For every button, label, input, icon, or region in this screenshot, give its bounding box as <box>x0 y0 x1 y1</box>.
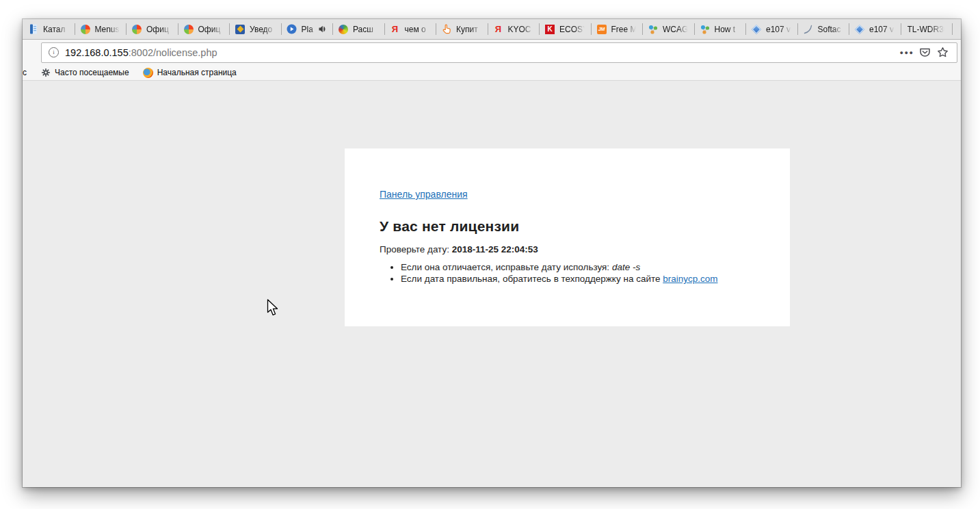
yandex-icon: Я <box>493 24 504 35</box>
tab-free-template[interactable]: JM Free M <box>591 19 643 39</box>
bookmark-star-icon[interactable] <box>933 44 951 62</box>
page-title: У вас нет лицензии <box>380 218 755 235</box>
date-command: date -s <box>612 262 640 272</box>
instruction-text: Если она отличается, исправьте дату испо… <box>401 262 609 272</box>
e107-icon <box>751 24 762 35</box>
tab-extensions[interactable]: Расш <box>332 19 384 39</box>
tab-notifications[interactable]: Уведо <box>229 19 281 39</box>
url-domain: 192.168.0.155 <box>65 47 129 58</box>
tab-label: Расш <box>353 25 380 34</box>
bookmark-label: Начальная страница <box>157 68 237 77</box>
joomla-icon <box>183 24 194 35</box>
brainycp-link[interactable]: brainycp.com <box>663 274 717 284</box>
joomla-icon <box>80 24 91 35</box>
page-actions-dots-icon[interactable]: ●●● <box>898 44 916 62</box>
tab-yandex-search-1[interactable]: Я чем о <box>384 19 436 39</box>
tab-label: чем о <box>405 25 432 34</box>
instruction-text: Если дата правильная, обратитесь в техпо… <box>401 274 660 284</box>
url-text: 192.168.0.155:8002/nolicense.php <box>65 47 217 58</box>
url-bar[interactable]: i 192.168.0.155:8002/nolicense.php ●●● <box>41 42 957 63</box>
tab-label: Pla <box>302 25 318 34</box>
joomla-icon <box>131 24 142 35</box>
tab-e107-1[interactable]: e107 v <box>745 19 797 39</box>
navigation-toolbar: i 192.168.0.155:8002/nolicense.php ●●● <box>23 40 961 65</box>
check-date-label: Проверьте дату: <box>380 244 449 254</box>
tab-router[interactable]: TL-WDR36 <box>901 19 953 39</box>
tab-label: e107 v <box>869 25 897 34</box>
tab-label: How t <box>715 25 742 34</box>
tab-bar: Катал Menus Офиц Офиц Уведо Pla <box>23 19 961 40</box>
mouse-cursor <box>267 299 280 317</box>
bookmark-home-page[interactable]: Начальная страница <box>143 67 237 78</box>
no-license-card: Панель управления У вас нет лицензии Про… <box>345 148 790 326</box>
list-item: Если она отличается, исправьте дату испо… <box>401 261 755 273</box>
date-value: 2018-11-25 22:04:53 <box>452 244 538 254</box>
bookmarks-toolbar: сс Часто посещаемые Начальная страница <box>23 65 961 81</box>
firefox-icon <box>143 67 154 78</box>
extensions-icon <box>338 24 349 35</box>
wcag-icon <box>700 24 711 35</box>
control-panel-link[interactable]: Панель управления <box>380 189 468 200</box>
hand-click-icon <box>441 24 452 35</box>
kyocera-icon: K <box>544 24 555 35</box>
tab-label: TL-WDR36 <box>908 25 949 34</box>
instructions-list: Если она отличается, исправьте дату испо… <box>380 261 755 285</box>
info-icon[interactable]: i <box>49 47 59 57</box>
tab-how-to[interactable]: How t <box>694 19 746 39</box>
browser-window: Катал Menus Офиц Офиц Уведо Pla <box>23 19 961 487</box>
play-icon <box>287 24 297 35</box>
tab-label: Офиц <box>198 25 226 34</box>
tab-wcag[interactable]: WCAG <box>642 19 694 39</box>
tab-label: Офиц <box>146 25 174 34</box>
url-path: :8002/nolicense.php <box>129 47 217 58</box>
tab-official-2[interactable]: Офиц <box>178 19 230 39</box>
wcag-icon <box>648 24 659 35</box>
tab-label: Катал <box>43 25 70 34</box>
tab-label: e107 v <box>766 25 793 34</box>
tab-yandex-search-2[interactable]: Я KYOC <box>488 19 540 39</box>
tab-menus[interactable]: Menus <box>75 19 127 39</box>
tab-player[interactable]: Pla <box>281 19 333 39</box>
tab-label: Уведо <box>250 25 277 34</box>
tab-label: Купит <box>456 25 484 34</box>
bookmark-label: Часто посещаемые <box>55 68 129 77</box>
jm-icon: JM <box>596 24 607 35</box>
tab-e107-2[interactable]: e107 v <box>849 19 901 39</box>
catalog-icon <box>28 24 39 35</box>
tab-official-1[interactable]: Офиц <box>126 19 178 39</box>
check-date-line: Проверьте дату: 2018-11-25 22:04:53 <box>380 244 755 254</box>
tab-label: Menus <box>95 25 122 34</box>
softaculous-icon <box>803 24 814 35</box>
tab-catalog[interactable]: Катал <box>23 19 75 39</box>
tab-label: Free M <box>611 25 639 34</box>
tab-ecosys[interactable]: K ECOSY <box>539 19 591 39</box>
e107-icon <box>854 24 865 35</box>
tab-buy[interactable]: Купит <box>436 19 488 39</box>
yandex-icon: Я <box>390 24 401 35</box>
bookmark-frequently-visited[interactable]: Часто посещаемые <box>40 67 129 78</box>
tab-softaculous[interactable]: Softac <box>797 19 849 39</box>
bookmark-item-partial[interactable]: сс <box>23 68 27 77</box>
page-content: Панель управления У вас нет лицензии Про… <box>23 81 961 487</box>
tab-label: Softac <box>818 25 845 34</box>
tab-label: KYOC <box>508 25 535 34</box>
speaker-icon[interactable] <box>317 24 328 35</box>
tab-label: WCAG <box>663 25 690 34</box>
tab-label: ECOSY <box>559 25 587 34</box>
emblem-icon <box>235 24 246 35</box>
pocket-icon[interactable] <box>916 44 933 62</box>
gear-icon <box>40 67 51 78</box>
list-item: Если дата правильная, обратитесь в техпо… <box>401 273 755 285</box>
